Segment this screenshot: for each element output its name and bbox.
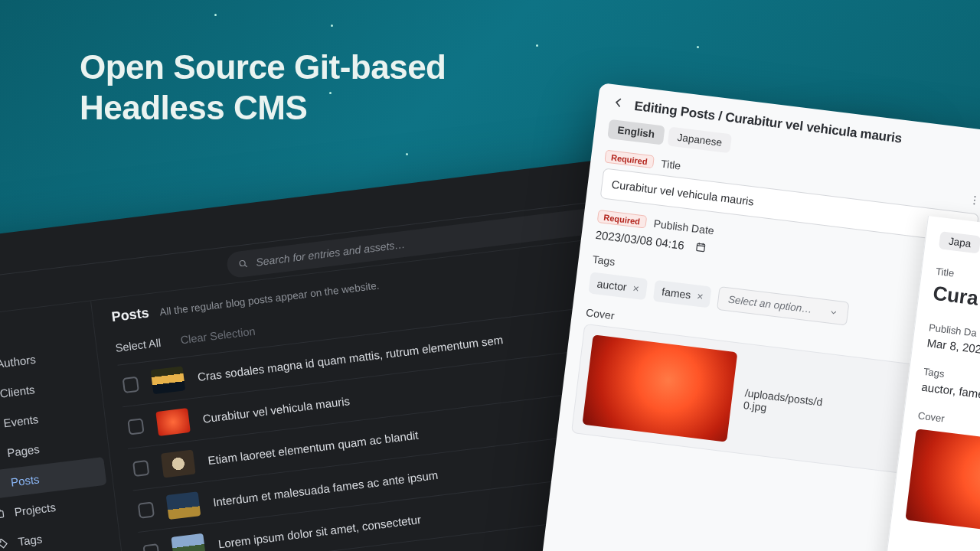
sidebar-item-label: Authors [0,353,36,370]
hero-headline: Open Source Git-based Headless CMS [80,47,446,129]
tab-english[interactable]: English [607,119,665,145]
preview-tags-value: auctor, fames [921,380,980,414]
back-icon[interactable] [610,95,626,113]
sidebar-item-label: Clients [0,383,35,399]
required-badge: Required [597,210,647,229]
row-title: Curabitur vel vehicula mauris [202,394,351,425]
row-thumbnail [166,491,201,520]
row-thumbnail [171,533,206,551]
select-all-button[interactable]: Select All [115,337,162,354]
row-checkbox[interactable] [138,501,155,518]
calendar-icon [694,241,707,254]
hero-line-2: Headless CMS [80,88,446,129]
row-thumbnail [155,408,191,436]
collection-title: Posts [111,305,150,325]
field-label: Publish Date [653,217,715,236]
preview-title-value: Cura [932,282,980,326]
tag-chip-label: auctor [596,277,628,293]
svg-point-14 [974,196,975,197]
tag-chip[interactable]: fames × [653,279,712,308]
sidebar-item-label: Tags [18,532,44,548]
clear-selection-button[interactable]: Clear Selection [180,325,256,347]
field-label: Title [661,157,682,171]
svg-point-15 [974,200,975,201]
row-checkbox[interactable] [142,543,159,551]
sidebar-item-label: Projects [14,500,57,518]
chevron-down-icon [828,307,838,317]
hero-line-1: Open Source Git-based [80,47,446,88]
svg-point-13 [0,541,1,543]
tag-chip[interactable]: auctor × [588,272,648,300]
tab-japanese[interactable]: Japanese [667,126,732,153]
sidebar-item-label: Pages [6,442,40,459]
preview-cover-image [905,429,980,538]
search-placeholder: Search for entries and assets… [255,237,406,268]
tag-select-placeholder: Select an option… [727,294,812,315]
svg-point-16 [973,203,975,204]
row-thumbnail [151,366,186,394]
sidebar-item-label: Events [3,412,40,429]
preview-publish-value: Mar 8, 202 [926,336,980,370]
field-label: Cover [585,306,615,321]
row-checkbox[interactable] [132,460,149,477]
row-checkbox[interactable] [127,418,144,435]
chip-remove-icon[interactable]: × [632,282,640,295]
required-badge: Required [604,150,654,169]
svg-rect-12 [0,510,4,518]
cover-thumbnail [582,334,737,442]
preview-locale-tab[interactable]: Japa [939,231,980,253]
chip-remove-icon[interactable]: × [696,289,704,302]
field-menu-icon[interactable] [968,194,980,210]
row-thumbnail [161,450,196,478]
title-input-value: Curabitur vel vehicula mauris [611,178,755,208]
field-label: Tags [592,253,616,267]
tag-chip-label: fames [662,285,692,301]
svg-point-6 [240,260,246,266]
sidebar-item-label: Posts [10,472,40,488]
cover-path: /uploads/posts/d 0.jpg [743,386,823,420]
row-checkbox[interactable] [122,377,139,393]
svg-rect-20 [696,243,704,252]
